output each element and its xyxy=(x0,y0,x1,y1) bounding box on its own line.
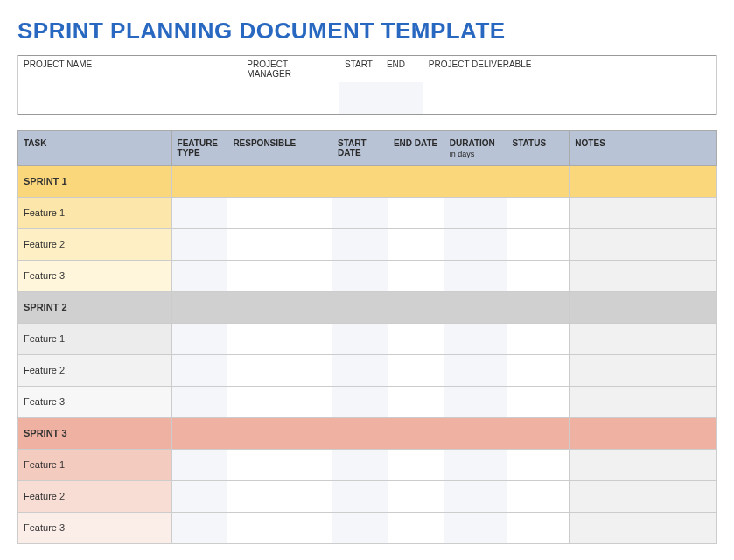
cell[interactable] xyxy=(171,291,227,323)
cell[interactable] xyxy=(507,228,570,260)
cell[interactable] xyxy=(507,512,570,543)
task-label[interactable]: Feature 2 xyxy=(18,480,172,512)
task-label[interactable]: Feature 3 xyxy=(18,386,172,417)
task-label[interactable]: Feature 1 xyxy=(18,449,172,480)
cell[interactable] xyxy=(227,197,332,228)
cell[interactable] xyxy=(444,480,507,512)
task-label[interactable]: SPRINT 3 xyxy=(18,417,172,449)
cell[interactable] xyxy=(388,323,444,354)
cell[interactable] xyxy=(227,354,332,386)
cell[interactable] xyxy=(171,228,227,260)
task-label[interactable]: Feature 2 xyxy=(18,228,172,260)
cell[interactable] xyxy=(332,260,388,291)
cell[interactable] xyxy=(507,480,570,512)
cell[interactable] xyxy=(507,323,570,354)
cell[interactable] xyxy=(570,291,717,323)
cell[interactable] xyxy=(171,165,227,197)
cell[interactable] xyxy=(444,417,507,449)
cell[interactable] xyxy=(444,354,507,386)
cell[interactable] xyxy=(570,354,717,386)
cell[interactable] xyxy=(388,354,444,386)
cell[interactable] xyxy=(570,512,717,543)
cell[interactable] xyxy=(444,449,507,480)
cell[interactable] xyxy=(444,197,507,228)
cell[interactable] xyxy=(171,323,227,354)
cell[interactable] xyxy=(444,323,507,354)
cell[interactable] xyxy=(171,480,227,512)
cell[interactable] xyxy=(570,165,717,197)
cell[interactable] xyxy=(388,197,444,228)
cell[interactable] xyxy=(171,449,227,480)
cell[interactable] xyxy=(171,260,227,291)
cell[interactable] xyxy=(171,512,227,543)
cell[interactable] xyxy=(570,260,717,291)
cell[interactable] xyxy=(388,480,444,512)
cell[interactable] xyxy=(444,228,507,260)
cell[interactable] xyxy=(388,260,444,291)
cell[interactable] xyxy=(332,197,388,228)
project-deliverable-cell[interactable] xyxy=(423,82,716,114)
cell[interactable] xyxy=(570,480,717,512)
cell[interactable] xyxy=(227,323,332,354)
cell[interactable] xyxy=(332,323,388,354)
cell[interactable] xyxy=(507,449,570,480)
cell[interactable] xyxy=(171,417,227,449)
cell[interactable] xyxy=(227,386,332,417)
cell[interactable] xyxy=(332,417,388,449)
cell[interactable] xyxy=(227,480,332,512)
project-name-cell[interactable] xyxy=(18,82,241,114)
cell[interactable] xyxy=(388,386,444,417)
cell[interactable] xyxy=(570,417,717,449)
cell[interactable] xyxy=(332,386,388,417)
task-label[interactable]: Feature 1 xyxy=(18,323,172,354)
task-label[interactable]: Feature 1 xyxy=(18,197,172,228)
cell[interactable] xyxy=(388,165,444,197)
cell[interactable] xyxy=(444,512,507,543)
cell[interactable] xyxy=(444,291,507,323)
cell[interactable] xyxy=(570,228,717,260)
cell[interactable] xyxy=(227,417,332,449)
cell[interactable] xyxy=(171,354,227,386)
cell[interactable] xyxy=(388,449,444,480)
cell[interactable] xyxy=(388,512,444,543)
cell[interactable] xyxy=(444,165,507,197)
cell[interactable] xyxy=(570,386,717,417)
cell[interactable] xyxy=(171,386,227,417)
cell[interactable] xyxy=(332,228,388,260)
cell[interactable] xyxy=(171,197,227,228)
project-start-cell[interactable] xyxy=(339,82,381,114)
cell[interactable] xyxy=(227,291,332,323)
cell[interactable] xyxy=(227,228,332,260)
cell[interactable] xyxy=(507,386,570,417)
task-label[interactable]: Feature 3 xyxy=(18,260,172,291)
cell[interactable] xyxy=(332,291,388,323)
project-manager-cell[interactable] xyxy=(241,82,339,114)
cell[interactable] xyxy=(227,260,332,291)
cell[interactable] xyxy=(332,354,388,386)
cell[interactable] xyxy=(388,417,444,449)
task-label[interactable]: Feature 3 xyxy=(18,512,172,543)
cell[interactable] xyxy=(570,323,717,354)
cell[interactable] xyxy=(570,449,717,480)
cell[interactable] xyxy=(388,228,444,260)
cell[interactable] xyxy=(507,291,570,323)
cell[interactable] xyxy=(332,165,388,197)
cell[interactable] xyxy=(332,449,388,480)
cell[interactable] xyxy=(444,386,507,417)
cell[interactable] xyxy=(507,260,570,291)
cell[interactable] xyxy=(227,165,332,197)
cell[interactable] xyxy=(570,197,717,228)
cell[interactable] xyxy=(227,512,332,543)
project-end-cell[interactable] xyxy=(381,82,423,114)
task-label[interactable]: SPRINT 2 xyxy=(18,291,172,323)
cell[interactable] xyxy=(507,417,570,449)
task-label[interactable]: Feature 2 xyxy=(18,354,172,386)
cell[interactable] xyxy=(332,480,388,512)
cell[interactable] xyxy=(227,449,332,480)
cell[interactable] xyxy=(444,260,507,291)
cell[interactable] xyxy=(388,291,444,323)
task-label[interactable]: SPRINT 1 xyxy=(18,165,172,197)
cell[interactable] xyxy=(507,354,570,386)
cell[interactable] xyxy=(507,197,570,228)
cell[interactable] xyxy=(332,512,388,543)
